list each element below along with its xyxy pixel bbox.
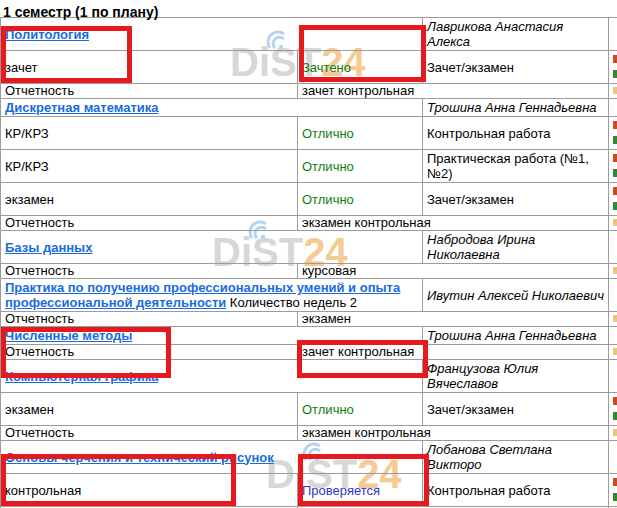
report-value: курсовая: [298, 264, 609, 279]
report-label: Отчетность: [1, 84, 298, 99]
clipped-cell: [609, 183, 617, 216]
clipped-text-fragment: [613, 315, 617, 322]
subject-link[interactable]: Компьютерная графика: [5, 369, 158, 384]
clipped-text-fragment: [613, 187, 617, 195]
report-value: зачет контрольная: [298, 84, 609, 99]
subject-link[interactable]: Дискретная математика: [5, 100, 159, 115]
subject-cell: Основы черчения и технический рисунок: [1, 441, 423, 474]
clipped-cell: [609, 51, 617, 84]
semester-grades-panel: 1 семестр (1 по плану) DiST24DiST24DiST2…: [0, 0, 617, 508]
assessment-type: экзамен: [1, 183, 298, 216]
clipped-text-fragment: [613, 202, 617, 210]
report-label: Отчетность: [1, 264, 298, 279]
table-row: зачетЗачтеноЗачет/экзамен: [1, 51, 617, 84]
clipped-cell: [609, 279, 617, 312]
table-row: экзаменОтличноЗачет/экзамен: [1, 183, 617, 216]
teacher-name: Лаврикова Анастасия Алекса: [423, 18, 609, 51]
clipped-text-fragment: [613, 478, 617, 486]
clipped-cell: [609, 18, 617, 51]
teacher-name: Ивутин Алексей Николаевич: [423, 279, 609, 312]
grade-value: Отлично: [298, 183, 423, 216]
report-label: Отчетность: [1, 216, 298, 231]
grade-value: Проверяется: [298, 474, 423, 507]
assessment-type: КР/КРЗ: [1, 117, 298, 150]
clipped-text-fragment: [613, 429, 617, 436]
clipped-cell: [609, 426, 617, 441]
clipped-cell: [609, 360, 617, 393]
clipped-text-fragment: [613, 55, 617, 63]
clipped-cell: [609, 216, 617, 231]
clipped-text-fragment: [613, 154, 617, 162]
table-row: ПолитологияЛаврикова Анастасия Алекса: [1, 18, 617, 51]
grade-value: Зачтено: [298, 51, 423, 84]
semester-table-body: ПолитологияЛаврикова Анастасия Алексазач…: [1, 18, 617, 508]
clipped-cell: [609, 231, 617, 264]
report-label: Отчетность: [1, 426, 298, 441]
teacher-name: Французова Юлия Вячеславов: [423, 360, 609, 393]
clipped-text-fragment: [613, 412, 617, 420]
work-type: Зачет/экзамен: [423, 51, 609, 84]
assessment-type: экзамен: [1, 393, 298, 426]
semester-title: 1 семестр (1 по плану): [0, 0, 617, 17]
clipped-cell: [609, 474, 617, 507]
subject-link[interactable]: Политология: [5, 27, 89, 42]
assessment-type: КР/КРЗ: [1, 150, 298, 183]
clipped-cell: [609, 117, 617, 150]
table-row: экзаменОтличноЗачет/экзамен: [1, 393, 617, 426]
teacher-name: Трошина Анна Геннадьевна: [423, 327, 609, 345]
clipped-text-fragment: [613, 136, 617, 144]
grades-table: ПолитологияЛаврикова Анастасия Алексазач…: [0, 17, 617, 508]
clipped-text-fragment: [613, 169, 617, 177]
clipped-text-fragment: [613, 70, 617, 78]
subject-cell: Численные методы: [1, 327, 423, 345]
clipped-text-fragment: [613, 348, 617, 355]
subject-link[interactable]: Численные методы: [5, 328, 132, 343]
report-value: экзамен: [298, 312, 609, 327]
report-label: Отчетность: [1, 312, 298, 327]
clipped-cell: [609, 99, 617, 117]
table-row: Отчетностьэкзамен контрольная: [1, 426, 617, 441]
table-row: Базы данныхНабродова Ирина Николаевна: [1, 231, 617, 264]
clipped-cell: [609, 312, 617, 327]
clipped-cell: [609, 84, 617, 99]
work-type: Зачет/экзамен: [423, 393, 609, 426]
clipped-text-fragment: [613, 121, 617, 129]
subject-cell: Дискретная математика: [1, 99, 423, 117]
report-value: зачет контрольная: [298, 345, 609, 360]
table-row: Основы черчения и технический рисунокЛоб…: [1, 441, 617, 474]
clipped-cell: [609, 441, 617, 474]
clipped-text-fragment: [613, 219, 617, 226]
table-row: Отчетностьзачет контрольная: [1, 345, 617, 360]
teacher-name: Трошина Анна Геннадьевна: [423, 99, 609, 117]
report-value: экзамен контрольная: [298, 216, 609, 231]
table-row: КР/КРЗОтличноПрактическая работа (№1, №2…: [1, 150, 617, 183]
assessment-type: контрольная: [1, 474, 298, 507]
report-value: экзамен контрольная: [298, 426, 609, 441]
table-row: Отчетностьзачет контрольная: [1, 84, 617, 99]
table-row: Отчетностьэкзамен: [1, 312, 617, 327]
clipped-text-fragment: [613, 493, 617, 501]
work-type: Практическая работа (№1, №2): [423, 150, 609, 183]
table-row: Отчетностьэкзамен контрольная: [1, 216, 617, 231]
clipped-cell: [609, 393, 617, 426]
table-row: Численные методыТрошина Анна Геннадьевна: [1, 327, 617, 345]
work-type: Контрольная работа: [423, 117, 609, 150]
grade-value: Отлично: [298, 117, 423, 150]
subject-cell: Компьютерная графика: [1, 360, 423, 393]
table-row: Практика по получению профессиональных у…: [1, 279, 617, 312]
grade-value: Отлично: [298, 150, 423, 183]
teacher-name: Лобанова Светлана Викторо: [423, 441, 609, 474]
clipped-cell: [609, 345, 617, 360]
subject-cell: Базы данных: [1, 231, 423, 264]
subject-cell: Политология: [1, 18, 423, 51]
subject-link[interactable]: Основы черчения и технический рисунок: [5, 450, 274, 465]
clipped-text-fragment: [613, 267, 617, 274]
subject-link[interactable]: Базы данных: [5, 240, 92, 255]
table-row: КР/КРЗОтличноКонтрольная работа: [1, 117, 617, 150]
table-row: контрольнаяПроверяетсяКонтрольная работа: [1, 474, 617, 507]
subject-cell: Практика по получению профессиональных у…: [1, 279, 423, 312]
clipped-text-fragment: [613, 397, 617, 405]
assessment-type: зачет: [1, 51, 298, 84]
teacher-name: Набродова Ирина Николаевна: [423, 231, 609, 264]
clipped-text-fragment: [613, 87, 617, 94]
